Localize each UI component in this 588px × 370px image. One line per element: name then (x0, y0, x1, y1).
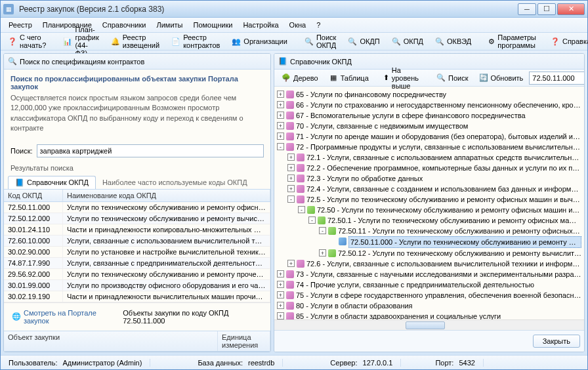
table-row[interactable]: 72.50.12.000Услуги по техническому обслу… (4, 213, 270, 224)
expand-toggle[interactable]: + (277, 133, 284, 140)
category-icon (286, 281, 294, 289)
expand-toggle[interactable]: + (277, 291, 284, 298)
expand-toggle[interactable]: + (287, 164, 295, 171)
expand-toggle[interactable]: + (277, 302, 284, 309)
table-icon: ▦ (329, 73, 338, 83)
menu-item[interactable]: Лимиты (151, 20, 188, 30)
tree-view-button[interactable]: 🌳Дерево (277, 72, 323, 85)
tree-node[interactable]: +72.2 - Обеспечение программное, компьют… (277, 163, 581, 173)
expand-toggle[interactable]: - (308, 216, 316, 224)
menu-item[interactable]: ? (311, 20, 326, 30)
tree-node[interactable]: +67 - Вспомогательные услуги в сфере фин… (277, 110, 581, 121)
tree-node[interactable]: +70 - Услуги, связанные с недвижимым иму… (277, 121, 581, 131)
tree-node[interactable]: +72.50.12 - Услуги по техническому обслу… (277, 248, 581, 258)
tree-node[interactable]: +85 - Услуги в области здравоохранения и… (277, 311, 581, 319)
table-row[interactable]: 29.56.92.000Услуги по техническому обслу… (4, 269, 270, 280)
expand-toggle[interactable]: + (277, 270, 284, 278)
toolbar-button[interactable]: ❓С чего начать? (3, 31, 51, 51)
col-object[interactable]: Объект закупки (4, 331, 218, 351)
col-unit[interactable]: Единица измерения (218, 331, 270, 351)
tree-node[interactable]: -72.50 - Услуги по техническому обслужив… (277, 205, 581, 215)
tree-node[interactable]: +66 - Услуги по страхованию и негосударс… (277, 100, 581, 110)
table-row[interactable]: 30.01.24.110Части и принадлежности копир… (4, 224, 270, 236)
tree-node[interactable]: +75 - Услуги в сфере государственного уп… (277, 290, 581, 300)
tree-label: 72.50.12 - Услуги по техническому обслуж… (338, 248, 581, 258)
category-icon (297, 175, 304, 182)
code-input[interactable] (529, 72, 585, 85)
expand-toggle[interactable]: + (277, 122, 284, 129)
expand-toggle[interactable]: - (287, 195, 295, 203)
expand-toggle[interactable]: + (277, 91, 284, 98)
close-panel-button[interactable]: Закрыть (533, 335, 580, 348)
toolbar-button[interactable]: 🔔Реестр извещений (106, 31, 164, 51)
tab-okpd-reference[interactable]: 📘 Справочник ОКПД (8, 176, 96, 189)
tree-node[interactable]: +72.3 - Услуги по обработке данных (277, 173, 581, 184)
search-icon: 🔍 (436, 73, 446, 83)
category-icon (286, 112, 294, 119)
menu-item[interactable]: Настройка (238, 20, 284, 30)
tree-node[interactable]: +74 - Прочие услуги, связанные с предпри… (277, 279, 581, 290)
tool-icon: 🔍 (348, 37, 357, 46)
tree-node[interactable]: +72.6 - Услуги, связанные с использовани… (277, 258, 581, 269)
toolbar-button[interactable]: 🔍ОКДП (343, 35, 384, 48)
expand-toggle[interactable]: + (277, 281, 284, 288)
menu-item[interactable]: Реестр (3, 20, 37, 30)
tree-node[interactable]: -72.50.11 - Услуги по техническому обслу… (277, 226, 581, 236)
table-row[interactable]: 72.60.10.000Услуги, связанные с использо… (4, 236, 270, 247)
expand-toggle[interactable]: + (319, 249, 326, 257)
table-row[interactable]: 74.87.17.990Услуги, связанные с предприн… (4, 258, 270, 269)
tree-node[interactable]: +65 - Услуги по финансовому посредничест… (277, 89, 581, 100)
refresh-button[interactable]: 🔄Обновить (474, 72, 528, 85)
toolbar-button[interactable]: 👥Организации (227, 35, 292, 48)
table-row[interactable]: 30.01.99.000Услуги по производству офисн… (4, 280, 270, 291)
expand-toggle[interactable]: + (277, 112, 284, 119)
tree-node[interactable]: 72.50.11.000 - Услуги по техническому об… (277, 236, 581, 248)
expand-toggle[interactable]: + (277, 101, 284, 108)
search-input[interactable] (37, 144, 264, 157)
horizontal-scrollbar[interactable] (274, 319, 584, 330)
expand-toggle[interactable]: + (287, 185, 295, 192)
tree-node[interactable]: -72 - Программные продукты и услуги, свя… (277, 142, 581, 152)
expand-toggle[interactable]: + (287, 154, 295, 161)
tree-node[interactable]: +73 - Услуги, связанные с научными иссле… (277, 269, 581, 279)
table-view-button[interactable]: ▦Таблица (324, 72, 373, 85)
expand-toggle[interactable]: - (298, 206, 305, 213)
expand-toggle[interactable]: + (287, 260, 295, 267)
tree-node[interactable]: +71 - Услуги по аренде машин и оборудова… (277, 131, 581, 142)
view-portal-link[interactable]: 🌐 Смотреть на Портале закупок (8, 307, 123, 327)
menu-item[interactable]: Окна (284, 20, 312, 30)
expand-toggle[interactable]: - (277, 143, 284, 150)
app-icon: ▦ (3, 4, 14, 14)
titlebar: ▦ Реестр закупок (Версия 2.1 сборка 383)… (1, 1, 587, 18)
table-row[interactable]: 30.02.19.190Части и принадлежности вычис… (4, 291, 270, 302)
category-icon (328, 249, 336, 257)
tree-node[interactable]: +72.4 - Услуги, связанные с созданием и … (277, 184, 581, 194)
expand-toggle[interactable]: - (319, 227, 326, 234)
toolbar-button[interactable]: ❓Справка (546, 35, 588, 48)
toolbar-button[interactable]: 🔍ОКПД (387, 35, 428, 48)
globe-icon: 🌐 (12, 312, 21, 321)
tree-node[interactable]: -72.5 - Услуги по техническому обслужива… (277, 194, 581, 205)
toolbar-button[interactable]: 🔍Поиск ОКПД (300, 31, 341, 51)
close-button[interactable]: ✕ (557, 3, 585, 15)
col-name[interactable]: Наименование кода ОКПД (63, 190, 270, 201)
toolbar-button[interactable]: 📄Реестр контрактов (167, 31, 224, 51)
tree-node[interactable]: -72.50.1 - Услуги по техническому обслуж… (277, 215, 581, 226)
minimize-button[interactable]: ─ (518, 3, 536, 15)
menu-item[interactable]: Справочники (97, 20, 152, 30)
okpd-tree[interactable]: +65 - Услуги по финансовому посредничест… (274, 87, 584, 319)
expand-toggle[interactable]: + (287, 175, 295, 182)
okpd-search-button[interactable]: 🔍Поиск (432, 72, 472, 85)
toolbar-button[interactable]: ⚙Параметры программы (484, 31, 543, 51)
tree-node[interactable]: +80 - Услуги в области образования (277, 300, 581, 311)
tree-label: 72.3 - Услуги по обработке данных (306, 173, 423, 184)
toolbar-button[interactable]: 🔍ОКВЭД (430, 35, 476, 48)
expand-toggle[interactable]: + (277, 312, 284, 319)
tree-node[interactable]: +72.1 - Услуги, связанные с использовани… (277, 152, 581, 163)
menu-item[interactable]: Помощники (188, 20, 238, 30)
col-code[interactable]: Код ОКПД (4, 190, 63, 201)
table-row[interactable]: 72.50.11.000Услуги по техническому обслу… (4, 202, 270, 213)
maximize-button[interactable]: ☐ (537, 3, 556, 15)
table-row[interactable]: 30.02.90.000Услуги по установке и настро… (4, 247, 270, 258)
category-icon (297, 260, 304, 268)
